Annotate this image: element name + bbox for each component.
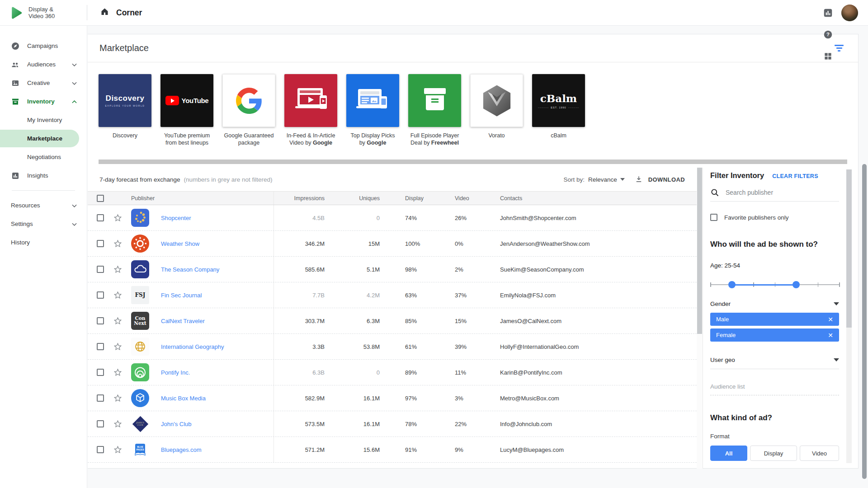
apps-icon[interactable] [817,45,839,67]
page-scrollbar-thumb[interactable] [862,164,867,479]
favorite-star-icon[interactable] [113,368,131,377]
favorite-star-icon[interactable] [113,445,131,455]
user-geo-dropdown[interactable]: User geo [710,357,839,369]
publisher-logo [131,389,149,407]
sidebar-item-audiences[interactable]: Audiences [0,55,87,74]
publisher-link[interactable]: CalNext Traveler [161,318,205,324]
format-all-button[interactable]: All [710,446,747,461]
sidebar-item-inventory[interactable]: Inventory [0,92,87,111]
horizontal-scrollbar[interactable] [99,160,847,164]
contact-email: Info@Johnclub.com [500,421,697,427]
impressions-value: 7.7B [274,292,325,299]
table-row: International Geography 3.3B 53.8M 61% 3… [88,334,697,360]
sort-dropdown[interactable]: Relevance [588,176,625,183]
format-display-button[interactable]: Display [750,446,797,461]
publisher-link[interactable]: The Season Company [161,266,219,273]
video-pct-value: 22% [455,421,500,427]
sidebar-item-history[interactable]: History [0,233,87,252]
filter-panel-title: Filter Inventory [710,171,764,180]
favorite-star-icon[interactable] [113,342,131,352]
display-pct-value: 91% [405,446,455,453]
package-card-full-episode-player[interactable]: Full Episode PlayerDeal by Freewheel [408,74,461,160]
publisher-link[interactable]: Bluepages.com [161,446,202,453]
row-checkbox[interactable] [97,240,104,247]
search-publisher-input[interactable] [726,189,839,196]
format-video-button[interactable]: Video [800,446,839,461]
package-card-vorato[interactable]: Vorato [470,74,523,160]
contact-email: KarinB@PontifyInc.com [500,369,697,376]
row-checkbox[interactable] [97,343,104,350]
favorite-star-icon[interactable] [113,239,131,249]
publisher-link[interactable]: John's Club [161,421,192,427]
sidebar-item-marketplace[interactable]: Marketplace [0,129,87,148]
partner-home[interactable]: Corner [87,7,142,19]
age-max-handle[interactable] [793,281,800,288]
row-checkbox[interactable] [97,214,104,221]
row-checkbox[interactable] [97,266,104,273]
row-checkbox[interactable] [97,394,104,402]
sidebar-nav: CampaignsAudiencesCreativeInventoryMy In… [0,26,87,488]
contact-email: LucyM@Bluepages.com [500,446,697,453]
row-checkbox[interactable] [97,420,104,427]
package-card-top-display-picks[interactable]: Top Display Picksby Google [346,74,399,160]
clear-filters-button[interactable]: CLEAR FILTERS [772,173,818,179]
favorite-star-icon[interactable] [113,316,131,326]
google-tile [222,74,275,127]
remove-chip-icon[interactable]: ✕ [828,316,833,323]
contact-email: SueKim@SeasonCompany.com [500,266,697,273]
panel-scrollbar-thumb[interactable] [846,169,852,328]
display-pct-value: 100% [405,240,455,247]
gender-dropdown[interactable]: Gender [710,300,839,307]
favorite-star-icon[interactable] [113,291,131,300]
age-slider [710,281,839,288]
package-card-cbalm[interactable]: cBalmEST. 1990cBalm [532,74,585,160]
favorite-star-icon[interactable] [113,265,131,274]
row-checkbox[interactable] [97,369,104,376]
package-label: Full Episode PlayerDeal by Freewheel [408,132,461,146]
favorites-checkbox[interactable] [710,214,717,221]
row-checkbox[interactable] [97,446,104,453]
favorite-star-icon[interactable] [113,419,131,429]
package-card-in-feed-in-article[interactable]: In-Feed & In-ArticleVideo by Google [284,74,337,160]
publisher-link[interactable]: Pontify Inc. [161,369,190,376]
sidebar-item-creative[interactable]: Creative [0,74,87,92]
gender-chip-female[interactable]: Female✕ [710,328,839,342]
sidebar-item-campaigns[interactable]: Campaigns [0,37,87,55]
row-checkbox[interactable] [97,291,104,299]
reports-icon[interactable] [817,2,839,23]
audience-list-field[interactable]: Audience list [710,383,839,395]
help-icon[interactable]: ? [817,23,839,45]
age-min-handle[interactable] [728,281,736,288]
table-scrollbar-thumb[interactable] [697,168,702,334]
publisher-link[interactable]: International Geography [161,343,224,350]
contact-email: Metro@MusicBox.com [500,395,697,402]
favorite-star-icon[interactable] [113,394,131,403]
publisher-link[interactable]: Fin Sec Journal [161,292,202,299]
publisher-link[interactable]: Weather Show [161,240,199,247]
sidebar-item-resources[interactable]: Resources [0,196,87,215]
cbalm-tile: cBalmEST. 1990 [532,74,585,127]
gender-chip-male[interactable]: Male✕ [710,313,839,326]
uniques-value: 0 [325,369,380,376]
package-card-youtube-premium[interactable]: YouTubeYouTube premiumfrom best lineups [160,74,213,160]
sidebar-item-settings[interactable]: Settings [0,215,87,233]
favorites-only-option[interactable]: Favorite publishers only [710,214,839,221]
publisher-link[interactable]: Shopcenter [161,215,191,221]
favorite-star-icon[interactable] [113,213,131,223]
sidebar-item-negotiations[interactable]: Negotiations [0,148,87,166]
dv360-logo[interactable]: Display & Video 360 [0,5,87,20]
publisher-link[interactable]: Music Box Media [161,395,206,402]
package-card-discovery[interactable]: DiscoveryEXPLORE YOUR WORLDDiscovery [99,74,151,160]
sidebar-item-insights[interactable]: Insights [0,166,87,185]
user-geo-label: User geo [710,357,735,363]
chevron-down-icon [72,61,77,68]
sidebar-item-my-inventory[interactable]: My Inventory [0,111,87,129]
impressions-value: 571.2M [274,446,325,453]
package-card-google-guaranteed[interactable]: Google Guaranteedpackage [222,74,275,160]
row-checkbox[interactable] [97,317,104,324]
avatar[interactable] [841,5,858,21]
remove-chip-icon[interactable]: ✕ [828,332,833,339]
box-icon [11,97,20,106]
download-button[interactable]: DOWNLOAD [635,175,685,183]
select-all-checkbox[interactable] [97,195,104,202]
